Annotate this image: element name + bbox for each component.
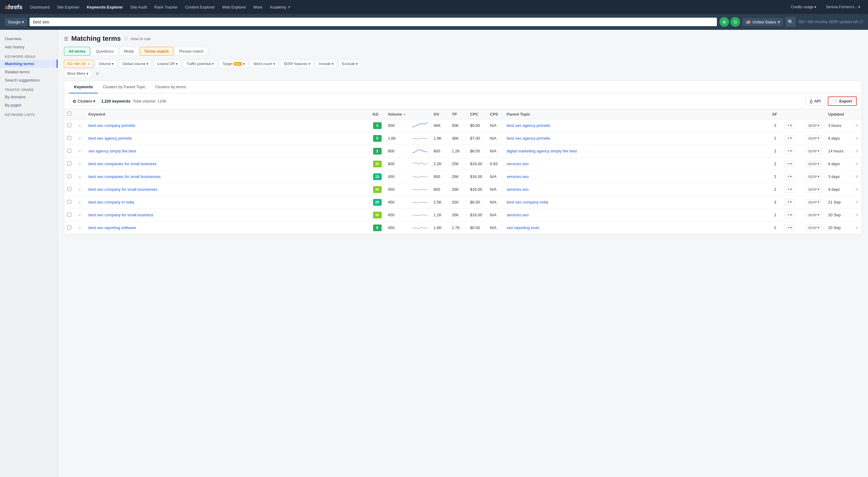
sidebar-item-by-domains[interactable]: By domains (0, 93, 58, 101)
keyword-link[interactable]: best seo reporting software (88, 226, 136, 230)
trend-button[interactable]: ↗ ▾ (784, 161, 794, 167)
hamburger-icon[interactable]: ☰ (64, 36, 68, 42)
refresh-icon[interactable]: ↻ (856, 149, 859, 153)
trend-button[interactable]: ↗ ▾ (784, 135, 794, 141)
export-button[interactable]: 📄 Export (828, 96, 857, 106)
parent-topic-link[interactable]: seo reporting tools (507, 226, 539, 230)
sidebar-item-search-suggestions[interactable]: Search suggestions (0, 76, 58, 84)
row-checkbox[interactable] (67, 149, 71, 153)
search-mode-icon-2[interactable]: G (730, 17, 740, 27)
sidebar-item-matching-terms[interactable]: Matching terms (0, 60, 58, 68)
nav-rank-tracker[interactable]: Rank Tracker (151, 4, 181, 11)
user-menu[interactable]: Serena Fornero's... ▾ (823, 4, 863, 10)
row-checkbox[interactable] (67, 213, 71, 216)
sidebar-item-ads-history[interactable]: Ads history (0, 43, 58, 51)
keyword-link[interactable]: best seo companies for small businesses (88, 174, 160, 179)
nav-site-explorer[interactable]: Site Explorer (54, 4, 83, 11)
keyword-link[interactable]: best seo company in india (88, 200, 134, 204)
serp-button[interactable]: SERP ▾ (806, 199, 822, 205)
sidebar-item-overview[interactable]: Overview (0, 35, 58, 43)
keyword-link[interactable]: best seo company for small businesses (88, 187, 157, 192)
th-volume[interactable]: Volume ▼ (385, 109, 409, 119)
refresh-icon[interactable]: ↻ (856, 124, 859, 128)
keyword-link[interactable]: seo agency simply the best (88, 149, 136, 153)
parent-topic-link[interactable]: services seo (507, 174, 529, 179)
nav-dashboard[interactable]: Dashboard (27, 4, 53, 11)
serp-button[interactable]: SERP ▾ (806, 173, 822, 180)
row-checkbox[interactable] (67, 226, 71, 229)
row-add-icon[interactable]: + (79, 187, 81, 192)
parent-topic-link[interactable]: best seo agency primelis (507, 123, 550, 128)
nav-keywords-explorer[interactable]: Keywords Explorer (84, 4, 126, 11)
nav-site-audit[interactable]: Site Audit (127, 4, 150, 11)
ahrefs-logo[interactable]: ahrefs (5, 4, 22, 11)
tab-mode[interactable]: Mode (119, 47, 138, 56)
nav-more[interactable]: More (250, 4, 266, 11)
serp-button[interactable]: SERP ▾ (806, 212, 822, 218)
serp-button[interactable]: SERP ▾ (806, 225, 822, 231)
parent-topic-link[interactable]: best seo agency primelis (507, 136, 550, 141)
search-input[interactable]: best seo (30, 18, 717, 26)
row-checkbox[interactable] (67, 187, 71, 191)
filter-serp-features[interactable]: SERP features ▾ (280, 60, 314, 68)
refresh-icon[interactable]: ↻ (856, 162, 859, 166)
row-add-icon[interactable]: + (79, 149, 81, 154)
trend-button[interactable]: ↗ ▾ (784, 199, 794, 205)
api-button[interactable]: {} API (805, 97, 825, 106)
trend-button[interactable]: ↗ ▾ (784, 186, 794, 193)
parent-topic-link[interactable]: services seo (507, 162, 529, 166)
trend-button[interactable]: ↗ ▾ (784, 225, 794, 231)
row-checkbox[interactable] (67, 174, 71, 178)
nav-web-explorer[interactable]: Web Explorer (219, 4, 249, 11)
sidebar-item-by-pages[interactable]: By pages (0, 101, 58, 109)
trend-button[interactable]: ↗ ▾ (784, 212, 794, 218)
search-mode-icon-1[interactable]: ⊕ (719, 17, 729, 27)
parent-topic-link[interactable]: digital marketing agency simply the best (507, 149, 577, 153)
filter-volume[interactable]: Volume ▾ (95, 60, 117, 68)
trend-button[interactable]: ↗ ▾ (784, 148, 794, 154)
row-checkbox[interactable] (67, 162, 71, 166)
row-add-icon[interactable]: + (79, 213, 81, 217)
tab-terms-match[interactable]: Terms match (140, 47, 173, 56)
trend-button[interactable]: ↗ ▾ (784, 122, 794, 129)
how-to-use-link[interactable]: How to use (131, 36, 151, 41)
row-add-icon[interactable]: + (79, 123, 81, 128)
trend-button[interactable]: ↗ ▾ (784, 173, 794, 180)
serp-button[interactable]: SERP ▾ (806, 148, 822, 154)
refresh-icon[interactable]: ↻ (856, 188, 859, 192)
row-add-icon[interactable]: + (79, 174, 81, 179)
filter-traffic-potential[interactable]: Traffic potential ▾ (183, 60, 217, 68)
cluster-tab-parent-topic[interactable]: Clusters by Parent Topic (98, 81, 151, 93)
keyword-link[interactable]: best seo company primelis (88, 123, 135, 128)
parent-topic-link[interactable]: services seo (507, 187, 529, 192)
tab-questions[interactable]: Questions (91, 47, 119, 56)
nav-academy[interactable]: Academy ↗ (267, 4, 294, 11)
filter-kd-remove[interactable]: ✕ (87, 62, 90, 66)
serp-button[interactable]: SERP ▾ (806, 122, 822, 129)
serp-button[interactable]: SERP ▾ (806, 161, 822, 167)
filter-include[interactable]: Include ▾ (315, 60, 337, 68)
cluster-tab-keywords[interactable]: Keywords (69, 81, 98, 93)
select-all-checkbox[interactable] (67, 112, 71, 115)
sidebar-item-related-terms[interactable]: Related terms (0, 68, 58, 76)
clusters-dropdown-btn[interactable]: ⚙ Clusters ▾ (69, 97, 99, 106)
row-add-icon[interactable]: + (79, 200, 81, 205)
keyword-link[interactable]: best seo agency primelis (88, 136, 132, 141)
refresh-icon[interactable]: ↻ (856, 226, 859, 230)
country-selector[interactable]: 🇺🇸 United States ▾ (743, 18, 783, 26)
tab-phrase-match[interactable]: Phrase match (175, 47, 208, 56)
credits-usage[interactable]: Credits usage ▾ (788, 4, 819, 10)
refresh-icon[interactable]: ↻ (856, 175, 859, 179)
tab-all-terms[interactable]: All terms (64, 47, 90, 56)
nav-content-explorer[interactable]: Content Explorer (182, 4, 218, 11)
row-add-icon[interactable]: + (79, 226, 81, 230)
more-filters-btn[interactable]: More filters ▾ (64, 70, 92, 77)
row-checkbox[interactable] (67, 136, 71, 140)
parent-topic-link[interactable]: best seo company india (507, 200, 549, 204)
row-add-icon[interactable]: + (79, 136, 81, 141)
row-checkbox[interactable] (67, 123, 71, 127)
refresh-icon[interactable]: ↻ (856, 136, 859, 141)
refresh-icon[interactable]: ↻ (856, 200, 859, 204)
keyword-link[interactable]: best seo companies for small business (88, 162, 156, 166)
row-add-icon[interactable]: + (79, 162, 81, 166)
